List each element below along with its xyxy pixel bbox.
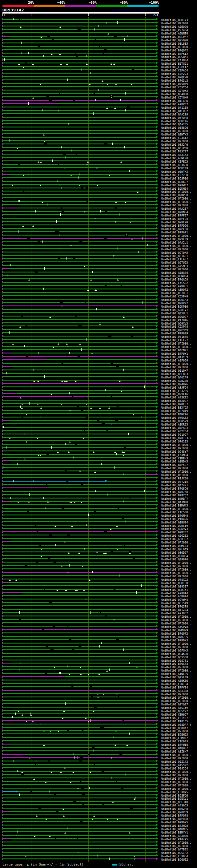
hit-label[interactable]: UniRef100_B7P5E7 xyxy=(161,463,188,466)
alignment-row[interactable]: UniRef100_Q38896 xyxy=(0,126,197,129)
hit-label[interactable]: UniRef100_Q99070 xyxy=(161,558,188,561)
alignment-row[interactable]: UniRef100_A8HQ72 xyxy=(0,288,197,291)
hit-label[interactable]: UniRef100_C5X9Y5 xyxy=(161,791,188,794)
alignment-row[interactable]: ▷UniRef100_Q9VWM4 xyxy=(0,598,197,601)
hit-label[interactable]: UniRef100_A5B074 xyxy=(161,595,188,598)
hit-label[interactable]: UniRef100_B7PDK3 xyxy=(161,639,188,642)
alignment-row[interactable]: UniRef100_Q3MC83 xyxy=(0,544,197,548)
alignment-row[interactable]: UniRef100_B6ID90 xyxy=(0,473,197,477)
hit-label[interactable]: UniRef100_UPI000.. xyxy=(161,730,192,733)
alignment-row[interactable]: UniRef100_C0P2C3 xyxy=(0,72,197,75)
alignment-row[interactable]: ▷UniRef100_B7PE98 xyxy=(0,220,197,224)
alignment-row[interactable]: UniRef100_A5BQ96 xyxy=(0,25,197,28)
alignment-row[interactable]: UniRef100_B9RPC0 xyxy=(0,193,197,197)
alignment-row[interactable]: UniRef100_B4QB57 xyxy=(0,746,197,750)
hit-label[interactable]: UniRef100_A7SMB3 xyxy=(161,265,188,268)
hit-label[interactable]: UniRef100_B9PW07 xyxy=(161,184,188,187)
hit-label[interactable]: UniRef100_B3MW45 xyxy=(161,504,188,507)
hit-label[interactable]: UniRef100_Q3HTK2 xyxy=(161,170,188,173)
hit-label[interactable]: UniRef100_B9GUE2 xyxy=(161,858,188,861)
hit-label[interactable]: UniRef100_UPI000.. xyxy=(161,345,192,348)
alignment-row[interactable]: UniRef100_Q75QN8 xyxy=(0,38,197,42)
alignment-row[interactable]: UniRef100_A4S1Y9 xyxy=(0,706,197,709)
hit-label[interactable]: UniRef100_B7PVB4 xyxy=(161,686,188,689)
alignment-row[interactable]: ▷UniRef100_UPI000.. xyxy=(0,756,197,760)
alignment-row[interactable]: ▷UniRef100_Q01AC1 xyxy=(0,254,197,258)
alignment-row[interactable]: UniRef100_Q948Y6 xyxy=(0,382,197,386)
alignment-row[interactable]: UniRef100_B3MYN1 xyxy=(0,831,197,834)
hit-label[interactable]: UniRef100_B7P029 xyxy=(161,332,188,335)
hit-label[interactable]: UniRef100_Q2QQ97 xyxy=(161,315,188,318)
alignment-row[interactable]: UniRef100_UPI000.. xyxy=(0,669,197,672)
hit-label[interactable]: UniRef100_Q5TU53 xyxy=(161,261,188,264)
alignment-row[interactable]: UniRef100_B7P671 xyxy=(0,230,197,234)
alignment-row[interactable]: ▷UniRef100_B7P0W1 xyxy=(0,352,197,355)
hit-label[interactable]: UniRef100_A8JAG8 xyxy=(161,163,188,166)
alignment-row[interactable]: UniRef100_B6TP60 xyxy=(0,146,197,150)
alignment-row[interactable]: ▷UniRef100_Q4A2B5 xyxy=(0,123,197,126)
alignment-row[interactable]: UniRef100_Q46I49 xyxy=(0,376,197,379)
hit-label[interactable]: UniRef100_Q39337 xyxy=(161,585,188,588)
hit-label[interactable]: UniRef100_UPI000.. xyxy=(161,753,192,756)
hit-label[interactable]: UniRef100_Q68DA7-4 xyxy=(161,723,192,726)
alignment-row[interactable]: UniRef100_B7Q7P5 xyxy=(0,635,197,639)
alignment-row[interactable]: UniRef100_B3LBB3 xyxy=(0,372,197,376)
alignment-row[interactable]: UniRef100_Q8I519 xyxy=(0,601,197,605)
alignment-row[interactable]: UniRef100_B7PQ78 xyxy=(0,814,197,817)
alignment-row[interactable]: UniRef100_B7Q3T8 xyxy=(0,605,197,608)
alignment-row[interactable]: UniRef100_B9EXV1 xyxy=(0,797,197,800)
hit-label[interactable]: UniRef100_B4FNK1 xyxy=(161,349,188,352)
hit-label[interactable]: UniRef100_P21997 xyxy=(161,433,188,436)
alignment-row[interactable]: UniRef100_A7SMB3 xyxy=(0,264,197,268)
alignment-row[interactable]: ▷UniRef100_Q9SIH2 xyxy=(0,851,197,855)
alignment-row[interactable]: UniRef100_A9J0E2 xyxy=(0,612,197,615)
hit-label[interactable]: UniRef100_UPI000.. xyxy=(161,363,192,366)
hit-label[interactable]: UniRef100_B4FQQ2 xyxy=(161,110,188,113)
alignment-row[interactable]: UniRef100_A2YQW2 xyxy=(0,89,197,92)
alignment-row[interactable]: ▷UniRef100_B7QN34 xyxy=(0,210,197,214)
hit-label[interactable]: UniRef100_B7Q972 xyxy=(161,632,188,635)
alignment-row[interactable]: UniRef100_UPI000.. xyxy=(0,561,197,564)
hit-label[interactable]: UniRef100_B4JYE9 xyxy=(161,355,188,359)
hit-label[interactable]: UniRef100_Q68DA7 xyxy=(161,727,188,730)
alignment-row[interactable]: ▷UniRef100_UPI000.. xyxy=(0,345,197,348)
alignment-row[interactable]: UniRef100_Q7Y215 xyxy=(0,480,197,484)
hit-label[interactable]: UniRef100_UPI000.. xyxy=(161,565,192,568)
alignment-row[interactable]: UniRef100_Q4A2U1 xyxy=(0,241,197,244)
alignment-row[interactable]: UniRef100_C5CSB2 xyxy=(0,281,197,284)
alignment-row[interactable]: UniRef100_Q2QQ97 xyxy=(0,315,197,318)
hit-label[interactable]: UniRef100_A9B9L1 xyxy=(161,285,188,288)
alignment-row[interactable]: UniRef100_C5YGM9 xyxy=(0,96,197,99)
alignment-row[interactable]: UniRef100_Q0BCI9 xyxy=(0,524,197,527)
hit-label[interactable]: UniRef100_UPI000.. xyxy=(161,575,192,578)
hit-label[interactable]: UniRef100_UPI000.. xyxy=(161,140,192,143)
hit-label[interactable]: UniRef100_Q6Z142 xyxy=(161,760,188,763)
alignment-row[interactable]: UniRef100_Q3HTK5 xyxy=(0,133,197,136)
hit-label[interactable]: UniRef100_B6U2B9 xyxy=(161,167,188,170)
alignment-row[interactable]: UniRef100_UPI000.. xyxy=(0,45,197,49)
alignment-row[interactable]: UniRef100_C0PLI2 xyxy=(0,65,197,69)
hit-label[interactable]: UniRef100_Q8LPA7 xyxy=(161,35,188,38)
hit-label[interactable]: UniRef100_B4QB57 xyxy=(161,747,188,750)
alignment-row[interactable]: UniRef100_B7PFE7 xyxy=(0,214,197,217)
alignment-row[interactable]: UniRef100_UPI000.. xyxy=(0,844,197,848)
hit-label[interactable]: UniRef100_B6ID90 xyxy=(161,473,188,477)
hit-label[interactable]: UniRef100_B7QC44 xyxy=(161,662,188,665)
hit-label[interactable]: UniRef100_B9EHJ5 xyxy=(161,733,188,736)
hit-label[interactable]: UniRef100_B6SP06 xyxy=(161,177,188,180)
hit-label[interactable]: UniRef100_C1E508 xyxy=(161,511,188,514)
hit-label[interactable]: UniRef100_Q9SBM1 xyxy=(161,55,188,59)
alignment-row[interactable]: UniRef100_B9PV72 xyxy=(0,302,197,305)
hit-label[interactable]: UniRef100_B6KPI0 xyxy=(161,305,188,308)
hit-label[interactable]: UniRef100_B7PCR0 xyxy=(161,227,188,230)
hit-label[interactable]: UniRef100_O70133-2 xyxy=(161,437,192,440)
hit-label[interactable]: UniRef100_A3BJ87 xyxy=(161,537,188,541)
hit-label[interactable]: UniRef100_Q75QN8 xyxy=(161,39,188,42)
hit-label[interactable]: UniRef100_B7PFE5 xyxy=(161,217,188,220)
alignment-row[interactable]: UniRef100_UPI000.. xyxy=(0,665,197,669)
hit-label[interactable]: UniRef100_Q2L049 xyxy=(161,548,188,551)
hit-label[interactable]: UniRef100_A7PDA4 xyxy=(161,592,188,595)
hit-label[interactable]: UniRef100_C9J285 xyxy=(161,390,188,393)
alignment-row[interactable]: UniRef100_C1FED3 xyxy=(0,160,197,163)
hit-label[interactable]: UniRef100_B9RJ51 xyxy=(161,588,188,591)
